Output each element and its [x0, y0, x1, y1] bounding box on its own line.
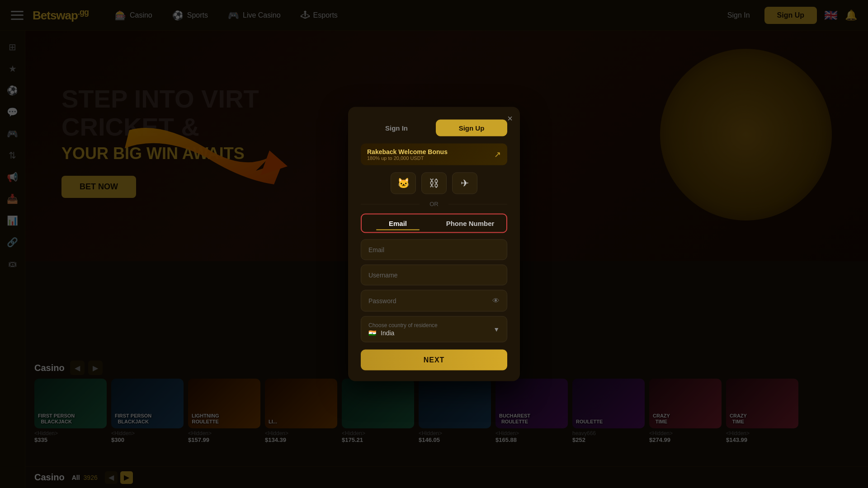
tab-signin[interactable]: Sign In: [361, 120, 432, 136]
email-input[interactable]: [368, 246, 500, 253]
country-name: India: [381, 329, 394, 337]
reg-tab-email[interactable]: Email: [362, 215, 434, 232]
country-flag: 🇮🇳: [368, 329, 376, 337]
signup-modal: × Sign In Sign Up Rakeback Welcome Bonus…: [348, 107, 520, 381]
bonus-banner: Rakeback Welcome Bonus 180% up to 20,000…: [361, 144, 507, 165]
country-selector[interactable]: Choose country of residence 🇮🇳 India ▼: [361, 316, 507, 343]
password-toggle-icon[interactable]: 👁: [492, 297, 500, 305]
reg-method-tabs: Email Phone Number: [361, 214, 507, 233]
country-value-row: 🇮🇳 India: [368, 329, 438, 337]
password-input[interactable]: [368, 297, 492, 305]
social-login-metamask[interactable]: ⛓: [421, 173, 447, 194]
bonus-title: Rakeback Welcome Bonus: [367, 148, 448, 155]
bonus-subtitle: 180% up to 20,000 USDT: [367, 155, 448, 161]
bonus-info: Rakeback Welcome Bonus 180% up to 20,000…: [367, 148, 448, 161]
modal-auth-tabs: Sign In Sign Up: [361, 120, 507, 136]
password-field-wrapper[interactable]: 👁: [361, 290, 507, 312]
chevron-down-icon: ▼: [493, 326, 500, 333]
or-divider: OR: [361, 201, 507, 207]
social-login-telegram[interactable]: ✈: [452, 173, 477, 194]
username-field-wrapper[interactable]: [361, 265, 507, 286]
reg-tab-phone[interactable]: Phone Number: [434, 215, 506, 232]
modal-close-button[interactable]: ×: [507, 113, 513, 124]
country-select-label: Choose country of residence: [368, 322, 438, 328]
country-left: Choose country of residence 🇮🇳 India: [368, 322, 438, 337]
next-button[interactable]: NEXT: [361, 350, 507, 371]
email-field-wrapper[interactable]: [361, 239, 507, 260]
tab-signup[interactable]: Sign Up: [436, 120, 507, 136]
username-input[interactable]: [368, 272, 500, 279]
bonus-link-icon[interactable]: ↗: [494, 150, 501, 160]
social-login-row: 🐱 ⛓ ✈: [361, 173, 507, 194]
social-login-twitch[interactable]: 🐱: [391, 173, 416, 194]
